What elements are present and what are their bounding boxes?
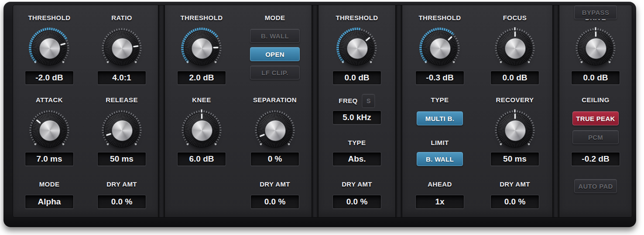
release-value[interactable]: 50 ms <box>97 152 146 166</box>
panels-row: THRESHOLD-2.0 dBATTACK7.0 msMODEAlphaRAT… <box>13 5 632 217</box>
separation-knob[interactable] <box>253 108 297 152</box>
recovery-value[interactable]: 50 ms <box>490 152 539 166</box>
comp-mode-label: MODE <box>39 180 60 188</box>
auto-pad-button[interactable]: AUTO PAD <box>574 179 617 193</box>
knee-value[interactable]: 6.0 dB <box>177 152 226 166</box>
panel-hf: THRESHOLD0.0 dBFREQS5.0 kHzTYPEAbs.DRY A… <box>319 5 395 217</box>
ceiling-value[interactable]: -0.2 dB <box>571 152 620 166</box>
freq-row: FREQS <box>339 94 375 108</box>
drive-knob[interactable] <box>574 26 617 70</box>
ratio-label: RATIO <box>111 14 132 22</box>
threshold-label: THRESHOLD <box>28 14 71 22</box>
panel-column: FOCUS0.0 dBRECOVERY50 msDRY AMT0.0 % <box>477 5 552 217</box>
ahead-value[interactable]: 1x <box>415 195 464 209</box>
hf-dry-amt-label: DRY AMT <box>342 180 372 188</box>
mode-b-wall-button[interactable]: B. WALL <box>250 29 300 43</box>
attack-label: ATTACK <box>36 96 63 104</box>
focus-knob-cap <box>505 38 526 59</box>
clip-dry-amt-label: DRY AMT <box>260 180 290 188</box>
freq-label: FREQ <box>339 97 357 105</box>
knee-knob-pointer <box>201 114 202 119</box>
comp-threshold-value[interactable]: -2.0 dB <box>25 71 74 85</box>
freq-value[interactable]: 5.0 kHz <box>332 111 381 124</box>
drive-knob-pointer <box>595 31 596 37</box>
comp-mode-value[interactable]: Alpha <box>25 195 74 209</box>
ratio-knob-cap <box>112 38 133 59</box>
focus-knob[interactable] <box>493 26 537 70</box>
freq-solo-button[interactable]: S <box>362 94 375 108</box>
clip-threshold-value[interactable]: 2.0 dB <box>177 71 226 85</box>
panel-comp: THRESHOLD-2.0 dBATTACK7.0 msMODEAlphaRAT… <box>13 5 158 217</box>
knee-label: KNEE <box>192 96 211 104</box>
separation-knob-cap <box>265 120 286 141</box>
comp-threshold-knob[interactable] <box>27 26 71 70</box>
panel-column: THRESHOLD2.0 dBKNEE6.0 dB <box>165 5 238 217</box>
ratio-knob[interactable] <box>100 26 144 70</box>
knee-knob[interactable] <box>180 108 223 152</box>
ratio-value[interactable]: 4.0:1 <box>97 71 146 85</box>
hf-threshold-knob-cap <box>347 38 368 59</box>
limit-dry-amt-label: DRY AMT <box>500 180 530 188</box>
clip-dry-amt-value[interactable]: 0.0 % <box>250 195 299 209</box>
focus-label: FOCUS <box>503 14 527 22</box>
comp-dry-amt-value[interactable]: 0.0 % <box>97 195 146 209</box>
panel-column: MODEB. WALLOPENLF CLIP.SEPARATION0 %DRY … <box>238 5 312 217</box>
panel-output: DRIVE0.0 dBCEILINGTRUE PEAKPCM-0.2 dBAUT… <box>559 5 632 217</box>
mode-lf-clip-button[interactable]: LF CLIP. <box>250 66 300 79</box>
panel-limit: THRESHOLD-0.3 dBTYPEMULTI B.LIMITB. WALL… <box>402 5 552 217</box>
limit-threshold-label: THRESHOLD <box>419 14 461 22</box>
type-multi-band-button[interactable]: MULTI B. <box>417 111 463 125</box>
release-label: RELEASE <box>106 96 138 104</box>
panel-column: THRESHOLD-0.3 dBTYPEMULTI B.LIMITB. WALL… <box>402 5 477 217</box>
release-knob[interactable] <box>100 108 144 152</box>
recovery-label: RECOVERY <box>496 96 534 104</box>
attack-knob-cap <box>39 120 60 141</box>
recovery-knob-pointer <box>514 114 516 119</box>
limit-threshold-knob-cap <box>430 38 451 59</box>
limit-threshold-value[interactable]: -0.3 dB <box>415 71 464 85</box>
separation-value[interactable]: 0 % <box>250 152 299 166</box>
ahead-label: AHEAD <box>428 180 452 188</box>
limit-dry-amt-value[interactable]: 0.0 % <box>490 195 539 209</box>
drive-value[interactable]: 0.0 dB <box>571 71 620 85</box>
clip-threshold-knob-cap <box>192 38 212 59</box>
limit-b-wall-button[interactable]: B. WALL <box>417 152 463 166</box>
clip-mode-label: MODE <box>265 14 285 22</box>
comp-dry-amt-label: DRY AMT <box>106 180 137 188</box>
plugin-window: THRESHOLD-2.0 dBATTACK7.0 msMODEAlphaRAT… <box>3 2 636 227</box>
hf-threshold-knob[interactable] <box>335 26 379 70</box>
panel-column: THRESHOLD-2.0 dBATTACK7.0 msMODEAlpha <box>13 5 86 217</box>
limit-threshold-knob[interactable] <box>418 26 462 70</box>
panel-column: DRIVE0.0 dBCEILINGTRUE PEAKPCM-0.2 dBAUT… <box>559 5 632 217</box>
hf-type-label: TYPE <box>348 139 366 147</box>
clip-threshold-knob-pointer <box>213 47 218 48</box>
hf-type-value[interactable]: Abs. <box>332 152 381 166</box>
mode-open-button[interactable]: OPEN <box>250 47 300 61</box>
recovery-knob[interactable] <box>493 108 537 152</box>
hf-threshold-value[interactable]: 0.0 dB <box>332 71 381 85</box>
drive-knob-cap <box>586 38 606 59</box>
knee-knob-cap <box>192 120 212 141</box>
release-knob-cap <box>112 120 133 141</box>
panel-column: THRESHOLD0.0 dBFREQS5.0 kHzTYPEAbs.DRY A… <box>319 5 395 217</box>
hf-dry-amt-value[interactable]: 0.0 % <box>332 195 381 209</box>
limit-label: LIMIT <box>431 139 449 147</box>
hf-threshold-label: THRESHOLD <box>336 14 378 22</box>
focus-value[interactable]: 0.0 dB <box>490 71 539 85</box>
attack-value[interactable]: 7.0 ms <box>25 152 74 166</box>
recovery-knob-cap <box>505 120 526 141</box>
clip-threshold-label: THRESHOLD <box>181 14 223 22</box>
focus-knob-pointer <box>514 31 516 37</box>
limit-type-label: TYPE <box>431 96 449 104</box>
panel-clip: THRESHOLD2.0 dBKNEE6.0 dBMODEB. WALLOPEN… <box>165 5 312 217</box>
ceiling-label: CEILING <box>582 96 610 104</box>
panel-divider <box>312 5 319 217</box>
ceiling-pcm-button[interactable]: PCM <box>572 130 619 144</box>
panel-divider <box>158 5 165 217</box>
panel-divider <box>395 5 402 217</box>
ceiling-true-peak-button[interactable]: TRUE PEAK <box>572 111 619 125</box>
attack-knob[interactable] <box>27 108 71 152</box>
bypass-button[interactable]: BYPASS <box>574 5 617 19</box>
comp-threshold-knob-cap <box>39 38 60 59</box>
clip-threshold-knob[interactable] <box>180 26 223 70</box>
